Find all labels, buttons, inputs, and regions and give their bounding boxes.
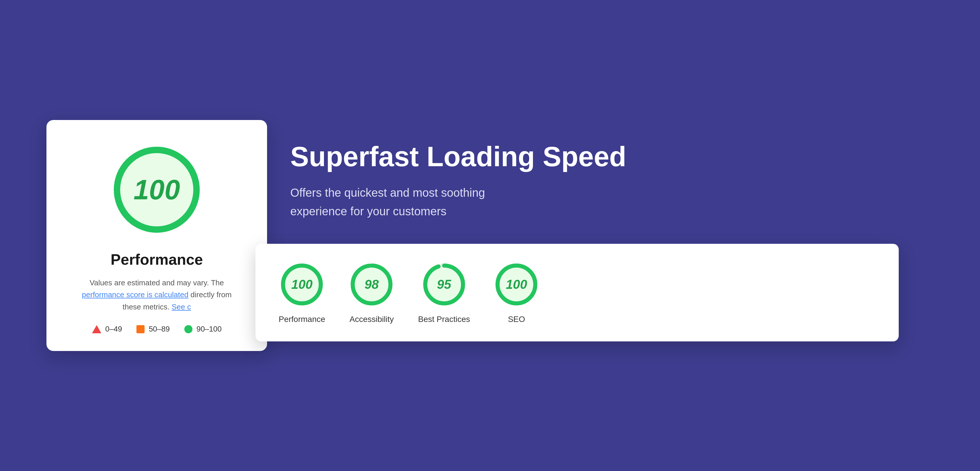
main-container: 100 Performance Values are estimated and… [0,0,980,471]
gauge-best-practices: 95 [421,261,467,308]
heading-subtitle: Offers the quickest and most soothing ex… [290,184,522,220]
metrics-card: 100 Performance 98 Accessibility [255,244,899,342]
metric-seo: 100 SEO [493,261,539,324]
description-text-1: Values are estimated and may vary. The [90,278,224,287]
metric-value-best-practices: 95 [437,277,451,292]
gauge-seo: 100 [493,261,539,308]
metric-best-practices: 95 Best Practices [418,261,470,324]
metric-accessibility: 98 Accessibility [348,261,395,324]
metric-value-accessibility: 98 [364,277,379,292]
legend-item-mid: 50–89 [137,324,170,334]
legend-item-high: 90–100 [185,324,222,334]
metric-value-performance: 100 [291,277,312,292]
metric-label-best-practices: Best Practices [418,315,470,324]
heading-title: Superfast Loading Speed [290,141,934,172]
performance-score-link[interactable]: performance score is calculated [82,290,188,299]
metric-value-seo: 100 [506,277,527,292]
performance-description: Values are estimated and may vary. The p… [75,277,238,313]
legend-range-low: 0–49 [105,324,122,334]
metric-label-performance: Performance [279,315,325,324]
left-section: 100 Performance Values are estimated and… [46,120,267,351]
performance-score-large: 100 [134,174,180,206]
metric-label-seo: SEO [508,315,525,324]
performance-card-large: 100 Performance Values are estimated and… [46,120,267,351]
gauge-accessibility: 98 [348,261,395,308]
gauge-performance: 100 [279,261,325,308]
metric-label-accessibility: Accessibility [350,315,394,324]
legend-range-mid: 50–89 [149,324,170,334]
performance-gauge-large: 100 [110,143,203,236]
metric-performance: 100 Performance [279,261,325,324]
legend-item-low: 0–49 [92,324,122,334]
see-more-link[interactable]: See c [172,302,191,311]
legend-range-high: 90–100 [197,324,222,334]
circle-icon [185,325,192,333]
right-section: Superfast Loading Speed Offers the quick… [290,129,934,342]
performance-title: Performance [111,251,203,268]
score-legend: 0–49 50–89 90–100 [92,324,222,334]
square-icon [137,325,145,333]
triangle-icon [92,325,101,333]
